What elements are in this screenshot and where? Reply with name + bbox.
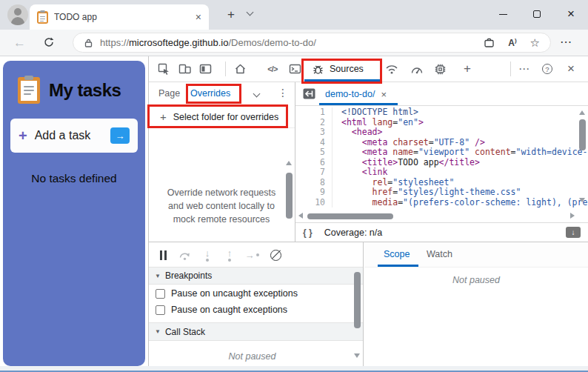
- toolbar-separator: [510, 62, 511, 76]
- pause-uncaught-label: Pause on uncaught exceptions: [171, 288, 298, 299]
- triangle-down-icon: ▼: [155, 273, 161, 279]
- pause-caught-label: Pause on caught exceptions: [171, 305, 287, 315]
- scope-watch-tabs: Scope Watch: [364, 242, 588, 268]
- close-devtools-icon[interactable]: ×: [562, 60, 580, 78]
- breakpoints-section-header[interactable]: ▼ Breakpoints: [149, 267, 363, 285]
- triangle-down-icon: ▼: [155, 328, 161, 335]
- profile-avatar-icon[interactable]: [7, 4, 28, 25]
- plus-icon: +: [19, 127, 27, 145]
- back-icon[interactable]: ←: [13, 36, 26, 50]
- device-emulation-icon[interactable]: [176, 60, 193, 78]
- active-tab-underline: [304, 79, 381, 82]
- pause-uncaught-row: Pause on uncaught exceptions: [149, 285, 363, 302]
- browser-tab[interactable]: TODO app ×: [30, 4, 209, 30]
- debugger-pane: ↓ ↑ → ▼ Breakpoints Pause on uncaught ex…: [149, 242, 364, 367]
- step-over-icon[interactable]: [177, 247, 193, 263]
- step-out-icon[interactable]: ↑: [221, 247, 238, 263]
- callstack-not-paused: Not paused: [149, 351, 355, 362]
- code-editor[interactable]: 1<!DOCTYPE html>2<html lang="en">3 <head…: [295, 106, 588, 222]
- breakpoints-header-label: Breakpoints: [165, 270, 212, 281]
- sources-tab-label: Sources: [330, 64, 364, 74]
- scope-not-paused: Not paused: [364, 275, 588, 285]
- scroll-left-icon[interactable]: [298, 213, 303, 219]
- sidebar-tab-overrides[interactable]: Overrides: [190, 88, 230, 99]
- sidebar-scrollbar[interactable]: [286, 173, 293, 219]
- deactivate-breakpoints-icon[interactable]: [267, 247, 284, 263]
- code-line: 5 <meta name="viewport" content="width=d…: [295, 147, 578, 158]
- debugger-toolbar: ↓ ↑ →: [149, 242, 363, 267]
- coverage-status: Coverage: n/a: [324, 227, 383, 238]
- inspect-icon[interactable]: [155, 60, 173, 78]
- tab-list-chevron-icon[interactable]: [247, 9, 254, 16]
- read-aloud-icon[interactable]: A): [508, 37, 516, 48]
- select-folder-button[interactable]: + Select folder for overrides: [149, 106, 295, 128]
- window-maximize-button[interactable]: [523, 0, 551, 28]
- sidebar-more-tabs-chevron-icon[interactable]: [253, 90, 261, 98]
- add-task-button[interactable]: + Add a task →: [10, 119, 138, 153]
- sidebar-tab-page[interactable]: Page: [158, 88, 180, 99]
- step-into-icon[interactable]: ↓: [199, 247, 216, 263]
- dock-side-icon[interactable]: [196, 60, 214, 78]
- editor-column: demo-to-do/ × 1<!DOCTYPE html>2<html lan…: [295, 82, 588, 242]
- reload-icon[interactable]: [43, 36, 55, 48]
- download-overrides-icon[interactable]: ↓: [566, 227, 581, 238]
- tab-memory-icon[interactable]: [431, 60, 449, 78]
- tab-welcome-home-icon[interactable]: [231, 60, 249, 78]
- submit-task-button[interactable]: →: [110, 127, 130, 144]
- sources-sidebar: Page Overrides ⋮ + Select folder for ove…: [149, 82, 295, 242]
- code-line: 2<html lang="en">: [295, 118, 578, 128]
- window-bottom-edge: [0, 366, 588, 372]
- pause-caught-checkbox[interactable]: [156, 305, 165, 315]
- address-bar[interactable]: https://microsoftedge.github.io/Demos/de…: [73, 33, 551, 53]
- app-install-icon[interactable]: [484, 37, 495, 48]
- overrides-placeholder-text: Override network requests and web conten…: [163, 186, 280, 226]
- plus-icon: +: [160, 110, 167, 123]
- new-tab-button[interactable]: +: [222, 6, 240, 24]
- pause-uncaught-checkbox[interactable]: [156, 289, 165, 299]
- help-icon[interactable]: ?: [538, 60, 556, 78]
- tab-elements-icon[interactable]: </>: [264, 60, 281, 78]
- step-icon[interactable]: →: [244, 247, 260, 263]
- debugger-section: ↓ ↑ → ▼ Breakpoints Pause on uncaught ex…: [149, 242, 588, 366]
- collapse-sidebar-icon[interactable]: [302, 87, 316, 100]
- favorite-star-icon[interactable]: ☆: [530, 36, 540, 50]
- active-tab-underline: [378, 265, 418, 267]
- tab-performance-icon[interactable]: [408, 60, 426, 78]
- more-tools-plus-icon[interactable]: +: [458, 60, 476, 78]
- callstack-section-header[interactable]: ▼ Call Stack: [149, 322, 363, 341]
- scroll-down-icon[interactable]: [579, 198, 585, 202]
- debugger-scrollbar[interactable]: [354, 272, 361, 328]
- scroll-down-icon[interactable]: [354, 353, 360, 358]
- file-tab-close-icon[interactable]: ×: [381, 90, 387, 99]
- customize-devtools-icon[interactable]: ⋯: [515, 60, 533, 78]
- tab-console-icon[interactable]: [286, 60, 304, 78]
- sidebar-menu-kebab-icon[interactable]: ⋮: [278, 87, 288, 99]
- tab-scope[interactable]: Scope: [384, 249, 410, 259]
- editor-vscrollbar[interactable]: [579, 119, 586, 150]
- scroll-up-icon[interactable]: [579, 110, 585, 115]
- window-close-button[interactable]: ×: [557, 0, 585, 28]
- editor-hscrollbar[interactable]: [307, 213, 393, 219]
- window-minimize-button[interactable]: [489, 0, 517, 28]
- tab-strip: TODO app × + ×: [0, 0, 588, 30]
- url-text: https://microsoftedge.github.io/Demos/de…: [100, 37, 316, 48]
- tab-close-icon[interactable]: ×: [196, 12, 201, 22]
- code-line: 10 media="(prefers-color-scheme: light),…: [295, 198, 578, 208]
- scroll-up-icon[interactable]: [286, 161, 292, 165]
- code-line: 4 <meta charset="UTF-8" />: [295, 138, 578, 148]
- devtools-panel: </> Sources + ⋯ ?: [148, 56, 588, 366]
- address-toolbar: ← https://microsoftedge.github.io/Demos/…: [0, 30, 588, 56]
- editor-status-bar: { } Coverage: n/a ↓: [295, 222, 588, 242]
- maximize-icon: [533, 10, 541, 18]
- tab-network-icon[interactable]: [383, 60, 401, 78]
- browser-menu-icon[interactable]: ⋯: [560, 35, 572, 49]
- pause-script-icon[interactable]: [155, 247, 171, 263]
- code-lines: 1<!DOCTYPE html>2<html lang="en">3 <head…: [295, 107, 578, 207]
- scroll-right-icon[interactable]: [570, 213, 575, 219]
- code-line: 3 <head>: [295, 127, 578, 138]
- pretty-print-icon[interactable]: { }: [303, 227, 313, 238]
- tab-title: TODO app: [54, 12, 190, 22]
- tab-watch[interactable]: Watch: [427, 249, 452, 259]
- todo-logo-icon: [18, 77, 40, 104]
- tab-sources[interactable]: Sources: [303, 56, 382, 82]
